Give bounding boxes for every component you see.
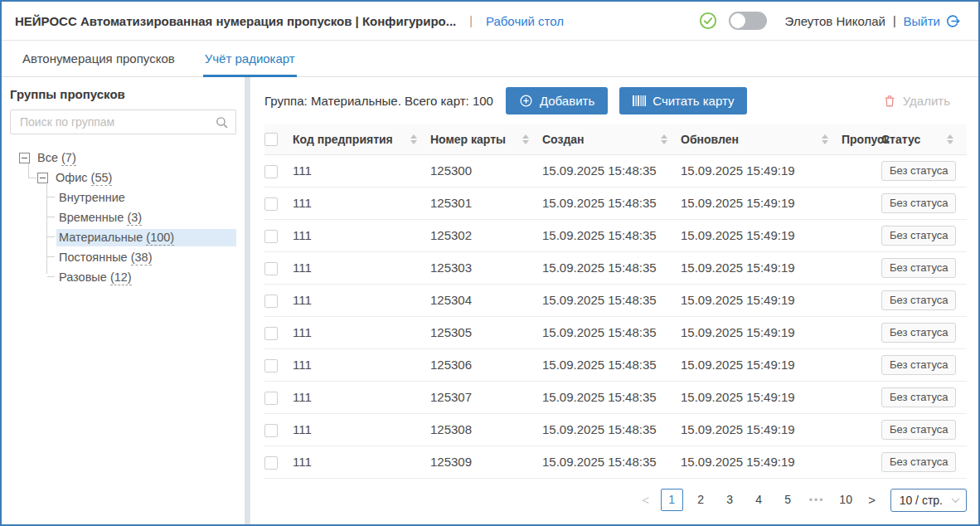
cell-pass xyxy=(842,348,881,381)
status-badge: Без статуса xyxy=(881,355,956,375)
column-header-label: Код предприятия xyxy=(293,133,393,146)
tree-item[interactable]: Офис (55) xyxy=(10,168,236,188)
table-row: 11112530515.09.2025 15:48:3515.09.2025 1… xyxy=(264,316,967,348)
status-badge: Без статуса xyxy=(881,452,956,472)
cell-updated: 15.09.2025 15:49:19 xyxy=(681,413,842,446)
next-page-button[interactable]: > xyxy=(864,493,881,507)
cell-company_code: 111 xyxy=(293,187,430,219)
table-row: 11112530315.09.2025 15:48:3515.09.2025 1… xyxy=(264,251,967,284)
theme-toggle[interactable] xyxy=(729,12,767,30)
row-checkbox[interactable] xyxy=(264,230,278,243)
sort-icon[interactable] xyxy=(947,134,953,144)
cell-pass xyxy=(842,446,881,478)
cell-created: 15.09.2025 15:48:35 xyxy=(542,219,681,251)
tree-item-count: (12) xyxy=(110,270,132,285)
content-body: Группы пропусков Все (7)Офис (55)Внутрен… xyxy=(2,77,978,524)
sort-icon[interactable] xyxy=(822,134,828,144)
group-tree: Все (7)Офис (55)ВнутренниеВременные (3)М… xyxy=(10,148,236,287)
sort-icon[interactable] xyxy=(410,134,417,144)
add-button[interactable]: Добавить xyxy=(506,87,608,114)
page-jump-dots[interactable]: ••• xyxy=(806,494,828,506)
cell-created: 15.09.2025 15:48:35 xyxy=(542,284,681,316)
cell-created: 15.09.2025 15:48:35 xyxy=(542,381,681,413)
sidebar-title: Группы пропусков xyxy=(10,87,236,101)
trash-icon xyxy=(883,94,896,108)
tree-item[interactable]: Постоянные (38) xyxy=(10,247,236,267)
select-all-checkbox[interactable] xyxy=(264,133,278,146)
row-checkbox[interactable] xyxy=(264,359,278,373)
cell-card_number: 125306 xyxy=(430,348,542,381)
app-window: НЕЙРОСС Автоматизированная нумерация про… xyxy=(0,0,980,526)
cell-pass xyxy=(842,219,881,251)
cell-created: 15.09.2025 15:48:35 xyxy=(542,154,681,187)
tab-1[interactable]: Учёт радиокарт xyxy=(205,51,295,76)
cell-updated: 15.09.2025 15:49:19 xyxy=(681,348,842,381)
status-badge: Без статуса xyxy=(881,290,956,310)
read-card-button[interactable]: Считать карту xyxy=(619,87,747,114)
tree-item[interactable]: Временные (3) xyxy=(10,207,236,227)
prev-page-button[interactable]: < xyxy=(638,493,654,507)
cell-company_code: 111 xyxy=(293,251,430,284)
cell-pass xyxy=(842,251,881,284)
table-row: 11112530215.09.2025 15:48:3515.09.2025 1… xyxy=(264,219,967,251)
table-row: 11112530715.09.2025 15:48:3515.09.2025 1… xyxy=(264,381,967,413)
row-checkbox[interactable] xyxy=(264,295,278,308)
sidebar-scrollbar[interactable] xyxy=(245,77,250,524)
tree-item-text: Все xyxy=(37,151,58,164)
cell-updated: 15.09.2025 15:49:19 xyxy=(681,251,842,284)
status-badge: Без статуса xyxy=(881,420,956,440)
tree-item-label: Внутренние xyxy=(56,189,236,207)
tree-item[interactable]: Разовые (12) xyxy=(10,267,236,287)
delete-button[interactable]: Удалить xyxy=(878,93,955,109)
tree-item-text: Постоянные xyxy=(59,251,128,264)
tree-item-count: (100) xyxy=(146,231,174,246)
sort-icon[interactable] xyxy=(661,134,667,144)
cell-created: 15.09.2025 15:48:35 xyxy=(542,413,681,446)
group-search-input[interactable] xyxy=(18,114,215,129)
tree-item[interactable]: Материальные (100) xyxy=(10,227,236,247)
cell-created: 15.09.2025 15:48:35 xyxy=(542,446,681,478)
page-button-5[interactable]: 5 xyxy=(777,489,799,511)
logout-label: Выйти xyxy=(904,14,940,28)
add-button-label: Добавить xyxy=(540,94,594,108)
status-badge: Без статуса xyxy=(881,323,956,343)
tree-item[interactable]: Внутренние xyxy=(10,188,236,207)
table-body: 11112530015.09.2025 15:48:3515.09.2025 1… xyxy=(264,154,967,478)
delete-button-label: Удалить xyxy=(903,94,950,108)
cell-company_code: 111 xyxy=(293,413,430,446)
page-button-4[interactable]: 4 xyxy=(748,489,770,511)
toolbar: Группа: Материальные. Всего карт: 100 До… xyxy=(264,87,967,114)
cell-pass xyxy=(842,316,881,348)
page-size-select[interactable]: 10 / стр. xyxy=(890,489,967,512)
cell-pass xyxy=(842,284,881,316)
page-button-10[interactable]: 10 xyxy=(835,489,857,511)
cell-updated: 15.09.2025 15:49:19 xyxy=(681,187,842,219)
row-checkbox[interactable] xyxy=(264,424,278,437)
tree-item-label: Разовые (12) xyxy=(56,269,236,286)
search-icon[interactable] xyxy=(215,115,229,129)
cell-pass xyxy=(842,381,881,413)
desktop-link[interactable]: Рабочий стол xyxy=(486,14,564,28)
page-button-1[interactable]: 1 xyxy=(661,489,683,511)
app-title: НЕЙРОСС Автоматизированная нумерация про… xyxy=(15,14,456,28)
row-checkbox[interactable] xyxy=(264,456,278,470)
barcode-icon xyxy=(633,95,646,107)
tree-item-label: Все (7) xyxy=(35,149,236,167)
page-size-value: 10 / стр. xyxy=(900,494,943,507)
status-badge: Без статуса xyxy=(881,258,956,278)
logout-icon xyxy=(946,14,960,28)
row-checkbox[interactable] xyxy=(264,262,278,275)
logout-button[interactable]: Выйти xyxy=(904,14,960,28)
sort-icon[interactable] xyxy=(522,134,529,144)
row-checkbox[interactable] xyxy=(264,392,278,405)
row-checkbox[interactable] xyxy=(264,327,278,340)
tab-0[interactable]: Автонумерация пропусков xyxy=(22,51,175,76)
collapse-icon[interactable] xyxy=(19,153,30,163)
row-checkbox[interactable] xyxy=(264,197,278,211)
collapse-icon[interactable] xyxy=(37,173,48,183)
page-button-3[interactable]: 3 xyxy=(719,489,741,511)
row-checkbox[interactable] xyxy=(264,165,278,178)
tree-item[interactable]: Все (7) xyxy=(10,148,236,168)
cell-pass xyxy=(842,154,881,187)
page-button-2[interactable]: 2 xyxy=(690,489,712,511)
